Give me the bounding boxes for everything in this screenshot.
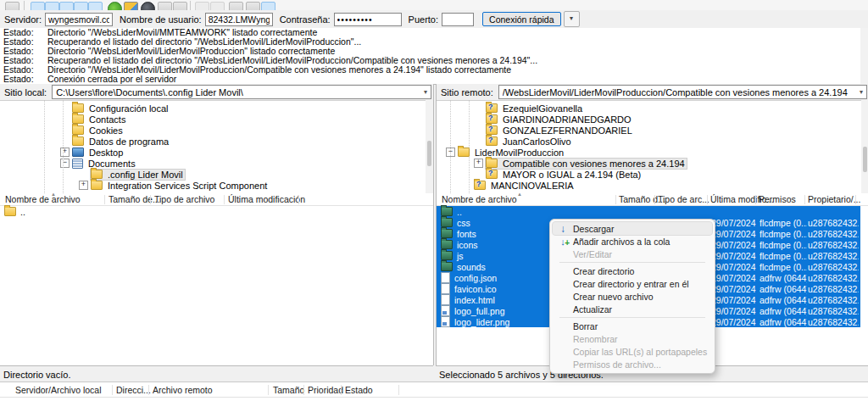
column-header[interactable]: Estado	[345, 385, 373, 395]
unknown-folder-icon	[486, 103, 498, 113]
tree-item[interactable]: −LiderMovilProduccion	[437, 147, 868, 158]
remote-path-bar: Sitio remoto: /WebsLiderMovil/LiderMovil…	[437, 84, 868, 101]
menu-item-download[interactable]: ↓Descargar	[553, 222, 712, 235]
unknown-folder-icon	[474, 181, 486, 190]
server-input[interactable]	[45, 13, 113, 26]
menu-item-refresh[interactable]: Actualizar	[553, 303, 712, 315]
toolbar-separator	[24, 1, 25, 10]
folder-icon	[72, 136, 84, 146]
menu-item-rename[interactable]: Renombrar	[553, 332, 712, 345]
password-label: Contraseña:	[280, 14, 331, 25]
sort-arrow-icon: ▲	[517, 192, 522, 197]
column-header[interactable]: Nombre de archivo	[5, 194, 81, 204]
queue-header: Servidor/Archivo local Direcci... Archiv…	[0, 382, 868, 398]
toolbar-separator	[190, 1, 191, 10]
remote-site-label: Sitio remoto:	[437, 87, 498, 97]
tree-expander-icon[interactable]: +	[60, 148, 70, 157]
add-to-queue-icon: ↓	[553, 237, 573, 247]
local-tree-scrollbar[interactable]	[426, 100, 433, 193]
menu-item-view-edit[interactable]: Ver/Editar	[553, 248, 712, 260]
tree-item[interactable]: +Integration Services Script Component	[0, 180, 433, 191]
folder-icon	[441, 251, 453, 260]
port-label: Puerto:	[409, 14, 438, 25]
local-status-text: Directorio vacío.	[0, 370, 70, 380]
column-header[interactable]: Propietario/...	[808, 194, 860, 204]
remote-tree: EzequielGiovanella GIARDINOADRIANEDGARDO…	[437, 100, 868, 193]
tree-item[interactable]: MAYOR o IGUAL a 24.194 (Beta)	[437, 169, 868, 180]
column-header[interactable]: Última modificación	[228, 194, 305, 204]
menu-item-create-directory-enter[interactable]: Crear directorio y entrar en él	[553, 277, 712, 290]
column-header[interactable]: Permisos	[759, 194, 796, 204]
port-input[interactable]	[442, 13, 474, 26]
image-file-icon	[441, 305, 450, 316]
menu-item-create-new-file[interactable]: Crear nuevo archivo	[553, 290, 712, 303]
folder-icon	[441, 262, 453, 271]
menu-item-add-to-queue[interactable]: ↓Añadir archivos a la cola	[553, 235, 712, 248]
column-header[interactable]: Tipo de archivo	[154, 194, 214, 204]
file-icon	[441, 283, 450, 294]
tree-item[interactable]: +Desktop	[0, 147, 433, 158]
tree-item[interactable]: GIARDINOADRIANEDGARDO	[437, 114, 868, 125]
column-header[interactable]: Prioridad	[308, 385, 343, 395]
local-path-field[interactable]: C:\Users\flore\Documents\.config Lider M…	[52, 85, 431, 99]
tree-item[interactable]: Cookies	[0, 125, 433, 136]
folder-icon	[441, 207, 453, 216]
local-tree-pane: Sitio local: C:\Users\flore\Documents\.c…	[0, 84, 434, 193]
tree-item-selected[interactable]: +Compatible con vesiones menores a 24.19…	[437, 158, 868, 169]
tree-guide-line	[63, 100, 64, 193]
menu-item-file-permissions[interactable]: Permisos de archivo...	[553, 358, 712, 370]
tree-item[interactable]: EzequielGiovanella	[437, 103, 868, 114]
menu-item-copy-urls[interactable]: Copiar las URL(s) al portapapeles	[553, 345, 712, 358]
tree-item[interactable]: Configuración local	[0, 103, 433, 114]
file-row-parent-dir[interactable]: ..	[0, 206, 25, 217]
remote-tree-scrollbar[interactable]	[861, 100, 868, 193]
column-header[interactable]: Tipo de arc...	[658, 194, 709, 204]
tree-item[interactable]: GONZALEZFERNANDOARIEL	[437, 125, 868, 136]
tree-expander-icon[interactable]: +	[474, 159, 483, 168]
folder-icon	[72, 125, 84, 135]
folder-icon	[91, 181, 103, 190]
tree-guide-line	[469, 100, 470, 193]
transfer-queue: Servidor/Archivo local Direcci... Archiv…	[0, 382, 868, 401]
tree-expander-icon[interactable]: +	[79, 181, 88, 190]
chevron-down-icon[interactable]: ▾	[420, 88, 427, 96]
open-folder-icon	[458, 148, 470, 157]
image-file-icon	[441, 316, 450, 327]
tree-guide-line	[450, 100, 451, 193]
column-header[interactable]: Nombre de archivo	[442, 194, 517, 204]
column-header[interactable]: Archivo remoto	[153, 385, 213, 395]
menu-item-delete[interactable]: Borrar	[553, 320, 712, 332]
tree-item[interactable]: MANCINOVALERIA	[437, 180, 868, 191]
tree-item-selected[interactable]: .config Lider Movil	[0, 169, 433, 180]
local-site-label: Sitio local:	[0, 87, 52, 97]
tree-item[interactable]: −Documents	[0, 158, 433, 169]
menu-item-create-directory[interactable]: Crear directorio	[553, 265, 712, 277]
column-header[interactable]: Direcci...	[116, 385, 151, 395]
column-header[interactable]: Servidor/Archivo local	[15, 385, 102, 395]
file-icon	[441, 294, 450, 305]
file-row-parent-dir[interactable]: ..	[437, 206, 860, 217]
local-tree: Configuración local Contacts Cookies Dat…	[0, 100, 433, 193]
folder-icon	[441, 229, 453, 238]
file-icon	[441, 272, 450, 283]
chevron-down-icon[interactable]: ▾	[856, 88, 863, 96]
remote-path-field[interactable]: /WebsLiderMovil/LiderMovilProduccion/Com…	[498, 85, 867, 99]
tree-item[interactable]: Datos de programa	[0, 136, 433, 147]
column-header[interactable]: Tamaño de...	[108, 194, 160, 204]
menu-separator	[559, 317, 705, 318]
scrollbar-thumb[interactable]	[427, 141, 431, 166]
folder-icon	[441, 218, 453, 227]
column-header[interactable]: Tamaño	[273, 385, 304, 395]
desktop-icon	[72, 148, 84, 157]
local-file-list: ▲ Nombre de archivo Tamaño de... Tipo de…	[0, 193, 434, 365]
username-input[interactable]	[205, 13, 273, 26]
quickconnect-button[interactable]: Conexión rápida	[482, 12, 560, 26]
scrollbar-thumb[interactable]	[863, 147, 867, 172]
password-input[interactable]	[334, 13, 402, 26]
tree-expander-icon[interactable]: −	[60, 159, 70, 168]
log-line: Estado:Conexión cerrada por el servidor	[0, 75, 868, 84]
log-scrollbar[interactable]	[860, 28, 868, 84]
tree-item[interactable]: JuanCarlosOlivo	[437, 136, 868, 147]
quickconnect-dropdown-arrow[interactable]: ▾	[564, 11, 580, 27]
tree-item[interactable]: Contacts	[0, 114, 433, 125]
